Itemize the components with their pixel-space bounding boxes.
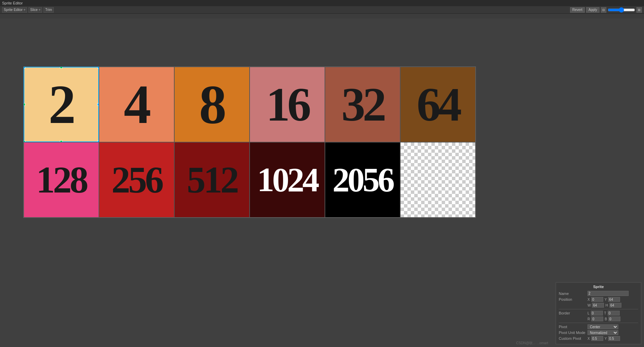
border-t-value[interactable]: 0 xyxy=(608,311,620,315)
sprite-cell-8[interactable]: 8 xyxy=(174,67,250,142)
border-r-label: R xyxy=(588,317,590,321)
pivot-unit-label: Pivot Unit Mode xyxy=(559,331,586,335)
pos-y-label: Y xyxy=(605,298,607,301)
pos-y-value[interactable]: 64 xyxy=(608,297,620,302)
border-r-value[interactable]: 0 xyxy=(591,317,603,321)
name-input[interactable] xyxy=(588,291,629,296)
sprite-cell-32[interactable]: 32 xyxy=(325,67,400,142)
trim-button[interactable]: Trim xyxy=(43,7,54,13)
pos-h-value[interactable]: 64 xyxy=(609,303,621,308)
properties-panel: Sprite Name Position X 0 Y 64 W 64 H 64 … xyxy=(556,282,641,344)
sprite-cell-16[interactable]: 16 xyxy=(250,67,325,142)
custom-pivot-x-label: X xyxy=(588,337,590,340)
custom-pivot-x-value[interactable]: 0.5 xyxy=(591,336,603,341)
main-area: 2 4 8 16 32 64 128 256 512 1024 xyxy=(0,18,644,347)
apply-button[interactable]: Apply xyxy=(586,7,599,13)
sprite-cell-512[interactable]: 512 xyxy=(174,142,250,218)
sprite-number-8: 8 xyxy=(199,77,225,132)
sprite-number-64: 64 xyxy=(417,80,459,128)
sprite-number-256: 256 xyxy=(112,161,162,199)
zoom-slider[interactable] xyxy=(608,7,635,13)
divider-1 xyxy=(559,309,638,309)
sprite-cell-empty[interactable] xyxy=(400,142,476,218)
sprite-cell-64[interactable]: 64 xyxy=(400,67,476,142)
watermark: CSDN@联... ...omart xyxy=(516,341,548,346)
border-label: Border xyxy=(559,311,586,315)
border-t-label: T xyxy=(604,311,606,315)
sprite-grid: 2 4 8 16 32 64 128 256 512 1024 xyxy=(23,66,476,218)
pivot-unit-row: Pivot Unit Mode Normalized Pixels xyxy=(559,330,638,335)
zoom-in-icon[interactable]: ⊞ xyxy=(636,7,642,13)
handle-tc[interactable] xyxy=(60,67,63,69)
position-label: Position xyxy=(559,297,586,301)
border-row-lt: Border L 0 T 0 xyxy=(559,311,638,315)
sprite-cell-4[interactable]: 4 xyxy=(99,67,174,142)
border-b-value[interactable]: 0 xyxy=(608,317,620,321)
divider-2 xyxy=(559,323,638,323)
sprite-number-128: 128 xyxy=(36,161,87,199)
zoom-icon[interactable]: ⊟ xyxy=(601,7,606,13)
toolbar: Sprite Editor ÷ Slice ÷ Trim Revert Appl… xyxy=(0,6,644,14)
pivot-row: Pivot Center Top Left Top Right Bottom L… xyxy=(559,324,638,329)
pos-x-value[interactable]: 0 xyxy=(591,297,603,302)
top-bar: Sprite Editor xyxy=(0,0,644,6)
sprite-number-2056: 2056 xyxy=(332,163,393,197)
pos-h-label: H xyxy=(605,303,608,307)
panel-title: Sprite xyxy=(559,285,638,289)
border-l-label: L xyxy=(588,311,590,315)
custom-pivot-y-value[interactable]: 0.5 xyxy=(608,336,620,341)
slice-dropdown[interactable]: Slice ÷ xyxy=(28,7,42,13)
sprite-number-16: 16 xyxy=(266,80,308,128)
sprite-number-512: 512 xyxy=(187,161,237,199)
sprite-cell-128[interactable]: 128 xyxy=(24,142,99,218)
size-row: W 64 H 64 xyxy=(559,303,638,308)
custom-pivot-label: Custom Pivot xyxy=(559,336,586,340)
zoom-slider-area: ⊟ ⊞ xyxy=(601,7,642,13)
sprite-number-1024: 1024 xyxy=(257,163,317,197)
window-title: Sprite Editor xyxy=(2,1,23,5)
sprite-editor-dropdown[interactable]: Sprite Editor ÷ xyxy=(2,7,27,13)
sprite-number-32: 32 xyxy=(341,80,384,128)
sprite-cell-2[interactable]: 2 xyxy=(24,67,99,142)
pos-w-label: W xyxy=(588,303,591,307)
handle-tl[interactable] xyxy=(24,67,25,69)
pivot-unit-select[interactable]: Normalized Pixels xyxy=(588,330,618,335)
revert-button[interactable]: Revert xyxy=(570,7,585,13)
border-row-rb: R 0 B 0 xyxy=(559,317,638,321)
custom-pivot-row: Custom Pivot X 0.5 Y 0.5 xyxy=(559,336,638,341)
name-label: Name xyxy=(559,292,586,296)
sprite-cell-2056[interactable]: 2056 xyxy=(325,142,400,218)
handle-ml[interactable] xyxy=(24,103,25,106)
pivot-select[interactable]: Center Top Left Top Right Bottom Left Bo… xyxy=(588,324,618,329)
pivot-label: Pivot xyxy=(559,325,586,329)
pos-x-label: X xyxy=(588,298,590,301)
pos-w-value[interactable]: 64 xyxy=(592,303,604,308)
sprite-number-4: 4 xyxy=(124,77,150,132)
sprite-cell-1024[interactable]: 1024 xyxy=(250,142,325,218)
position-row: Position X 0 Y 64 xyxy=(559,297,638,302)
border-l-value[interactable]: 0 xyxy=(591,311,603,315)
name-row: Name xyxy=(559,291,638,296)
sprite-number-2: 2 xyxy=(49,77,74,132)
border-b-label: B xyxy=(605,317,607,321)
sprite-cell-256[interactable]: 256 xyxy=(99,142,174,218)
custom-pivot-y-label: Y xyxy=(605,337,607,340)
